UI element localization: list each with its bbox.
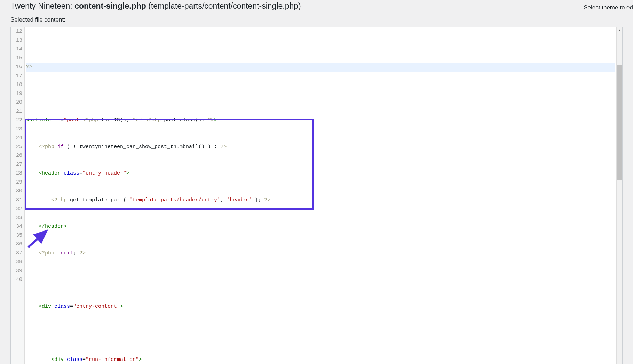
vertical-scrollbar[interactable]: ▴ ▾ [616, 27, 622, 364]
line-number-gutter: 12 13 14 15 16 17 18 19 20 21 22 23 24 2… [11, 27, 25, 364]
code-content[interactable]: ?> <article id="post-<?php the_ID(); ?>"… [25, 27, 616, 364]
scroll-up-arrow-icon[interactable]: ▴ [617, 27, 622, 33]
svg-line-1 [28, 231, 47, 247]
code-line[interactable]: <article id="post-<?php the_ID(); ?>" <?… [26, 116, 615, 125]
code-line[interactable]: ?> [26, 63, 615, 72]
code-line[interactable]: <?php get_template_part( 'template-parts… [26, 196, 615, 205]
code-line[interactable]: <header class="entry-header"> [26, 169, 615, 178]
code-editor[interactable]: 12 13 14 15 16 17 18 19 20 21 22 23 24 2… [10, 27, 623, 364]
selected-file-label: Selected file content: [0, 11, 633, 27]
theme-select-label[interactable]: Select theme to ed [584, 4, 633, 11]
code-line[interactable]: <div class="entry-content"> [26, 302, 615, 311]
annotation-arrow-icon [26, 228, 51, 250]
code-line[interactable]: <?php if ( ! twentynineteen_can_show_pos… [26, 143, 615, 152]
code-line[interactable] [26, 275, 615, 284]
page-title: Twenty Nineteen: content-single.php (tem… [10, 1, 623, 11]
code-line[interactable]: <div class="run-information"> [26, 355, 615, 364]
code-line[interactable]: <?php endif; ?> [26, 249, 615, 258]
scroll-thumb[interactable] [617, 65, 622, 180]
editor-header: Twenty Nineteen: content-single.php (tem… [0, 0, 633, 11]
code-line[interactable]: </header> [26, 222, 615, 231]
code-line[interactable] [26, 329, 615, 338]
code-line[interactable] [26, 89, 615, 98]
